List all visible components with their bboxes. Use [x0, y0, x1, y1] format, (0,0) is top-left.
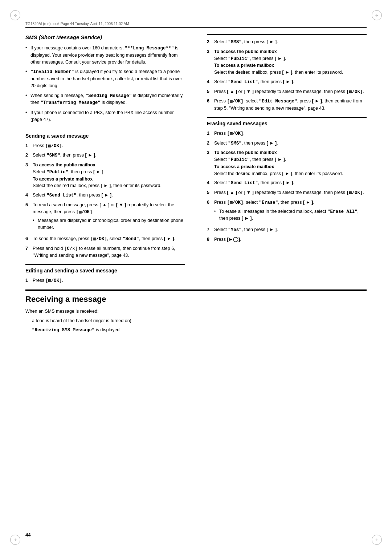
- step-s5-sub: Messages are displayed in chronological …: [33, 217, 185, 231]
- public-mailbox-label-r: To access the public mailbox: [214, 49, 277, 54]
- private-mailbox-label-r: To access a private mailbox: [214, 63, 274, 68]
- receiving-section: Receiving a message When an SMS message …: [25, 289, 367, 336]
- divider-editing: [25, 264, 185, 265]
- step-e3: 3 To access the public mailbox Select "P…: [207, 48, 367, 76]
- page: ✛ ✛ ✛ ✛ TG1840AL(e-e).book Page 44 Tuesd…: [0, 0, 392, 555]
- corner-mark-tl: ✛: [10, 10, 20, 20]
- divider-erasing: [207, 117, 367, 118]
- corner-mark-bl: ✛: [10, 535, 20, 545]
- step-s5: 5 To read a saved message, press [ ▲ ] o…: [25, 202, 185, 233]
- receiving-title: Receiving a message: [25, 289, 367, 304]
- receiving-list: a tone is heard (if the handset ringer i…: [25, 317, 367, 334]
- step-er6-sub: To erase all messages in the selected ma…: [214, 208, 367, 222]
- receiving-body: When an SMS message is received: a tone …: [25, 308, 367, 334]
- sending-saved-steps: 1 Press [▩/OK]. 2 Select "SMS", then pre…: [25, 142, 185, 259]
- sms-bullet-1: If your message contains over 160 charac…: [25, 45, 185, 65]
- sms-bullets: If your message contains over 160 charac…: [25, 45, 185, 123]
- public-mailbox-label-e: To access the public mailbox: [214, 150, 277, 155]
- step-s1: 1 Press [▩/OK].: [25, 142, 185, 150]
- corner-mark-br: ✛: [372, 535, 382, 545]
- sms-section-title: SMS (Short Message Service): [25, 34, 185, 40]
- two-col-layout: SMS (Short Message Service) If your mess…: [25, 34, 367, 336]
- sending-saved-title: Sending a saved message: [25, 133, 185, 139]
- receiving-item-1: a tone is heard (if the handset ringer i…: [25, 317, 367, 324]
- left-column: SMS (Short Message Service) If your mess…: [25, 34, 189, 288]
- step-e4: 4 Select "Send List", then press [ ► ].: [207, 78, 367, 86]
- sms-bullet-2: "Invalid Number" is displayed if you try…: [25, 68, 185, 89]
- editing-cont-steps: 2 Select "SMS", then press [ ► ]. 3 To a…: [207, 39, 367, 112]
- sms-bullet-3: When sending a message, "Sending Message…: [25, 92, 185, 107]
- public-mailbox-label: To access the public mailbox: [33, 162, 95, 167]
- step-er6: 6 Press [▩/OK], select "Erase", then pre…: [207, 199, 367, 224]
- step-e6: 6 Press [▩/OK], select "Edit Message", p…: [207, 98, 367, 112]
- header-meta: TG1840AL(e-e).book Page 44 Tuesday, Apri…: [25, 22, 367, 28]
- divider-1: [25, 129, 185, 129]
- step-s6: 6 To send the message, press [▩/OK], sel…: [25, 235, 185, 243]
- editing-saved-steps: 1 Press [▩/OK].: [25, 277, 185, 284]
- step-er2: 2 Select "SMS", then press [ ► ].: [207, 140, 367, 147]
- step-er5: 5 Press [ ▲ ] or [ ▼ ] repeatedly to sel…: [207, 189, 367, 197]
- step-er4: 4 Select "Send List", then press [ ► ].: [207, 179, 367, 187]
- col-top-divider: [207, 34, 367, 35]
- step-er3: 3 To access the public mailbox Select "P…: [207, 149, 367, 177]
- step-er8: 8 Press [►◯].: [207, 236, 367, 243]
- erasing-steps: 1 Press [▩/OK]. 2 Select "SMS", then pre…: [207, 130, 367, 243]
- step-er7: 7 Select "Yes", then press [ ► ].: [207, 226, 367, 234]
- private-mailbox-label-e: To access a private mailbox: [214, 164, 274, 169]
- key-menuok-1: [▩/OK]: [45, 143, 62, 149]
- receiving-item-2: "Receiving SMS Message" is displayed: [25, 326, 367, 334]
- step-e5: 5 Press [ ▲ ] or [ ▼ ] repeatedly to sel…: [207, 88, 367, 96]
- editing-saved-title: Editing and sending a saved message: [25, 268, 185, 274]
- step-s3: 3 To access the public mailbox Select "P…: [25, 162, 185, 189]
- receiving-intro: When an SMS message is received:: [25, 309, 98, 314]
- step-s2: 2 Select "SMS", then press [ ► ].: [25, 152, 185, 159]
- step-er1: 1 Press [▩/OK].: [207, 130, 367, 137]
- step-s4: 4 Select "Send List", then press [ ► ].: [25, 192, 185, 199]
- right-column: 2 Select "SMS", then press [ ► ]. 3 To a…: [203, 34, 367, 288]
- page-number: 44: [25, 532, 30, 538]
- corner-mark-tr: ✛: [372, 10, 382, 20]
- erasing-saved-title: Erasing saved messages: [207, 121, 367, 126]
- step-e2: 2 Select "SMS", then press [ ► ].: [207, 39, 367, 46]
- private-mailbox-label: To access a private mailbox: [33, 177, 93, 182]
- step-e1: 1 Press [▩/OK].: [25, 277, 185, 284]
- step-s7: 7 Press and hold [C/✕] to erase all numb…: [25, 245, 185, 259]
- sms-bullet-4: If your phone is connected to a PBX, sto…: [25, 109, 185, 123]
